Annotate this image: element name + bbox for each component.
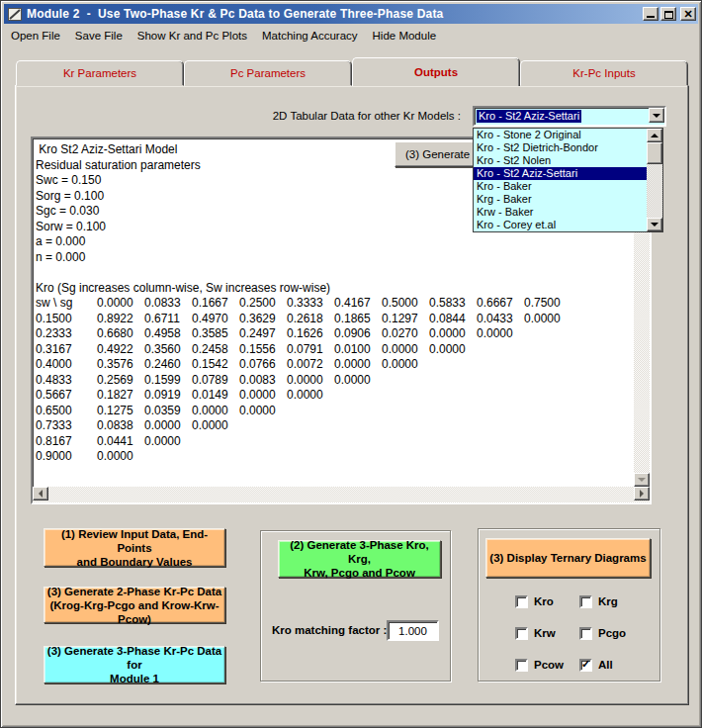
report-table-row: 0.6500 0.12750.03590.00000.0000 — [36, 404, 632, 419]
sw-value-cell: 0.4833 — [36, 373, 97, 389]
kro-value-cell: 0.1542 — [192, 357, 239, 373]
kro-value-cell: 0.0072 — [287, 357, 334, 373]
close-button[interactable]: ✕ — [680, 7, 696, 21]
dropdown-scroll-down-button[interactable] — [647, 218, 662, 231]
checkbox-item[interactable]: ✓ Pcgo — [579, 627, 644, 659]
kro-value-cell: 0.0000 — [239, 404, 287, 419]
sw-value-cell: 0.1500 — [36, 312, 97, 327]
checkbox-label: All — [598, 659, 613, 672]
checkbox-box[interactable]: ✓ — [515, 627, 528, 640]
report-table-row: 0.4833 0.25690.15990.07890.00830.00000.0… — [36, 373, 632, 389]
checkbox-box[interactable]: ✓ — [579, 627, 592, 640]
horizontal-scrollbar[interactable] — [33, 487, 650, 502]
sg-header-cell: 0.6667 — [477, 296, 524, 312]
tab[interactable]: Kr-Pc Inputs — [520, 60, 688, 86]
sg-header-cell: 0.0833 — [144, 296, 192, 312]
sg-header-cell: 0.4167 — [334, 296, 382, 312]
form-icon — [8, 8, 22, 21]
tab[interactable]: Kr Parameters — [16, 60, 184, 86]
kro-value-cell: 0.3560 — [144, 342, 192, 358]
scroll-left-button[interactable] — [33, 487, 48, 500]
menu-item[interactable]: Save File — [73, 29, 125, 43]
kr-models-combo-label: 2D Tabular Data for other Kr Models : — [238, 110, 461, 122]
tab[interactable]: Outputs — [352, 57, 520, 86]
generate-3phase-button[interactable]: (2) Generate 3-Phase Kro, Krg, Krw, Pcgo… — [278, 540, 441, 578]
sw-value-cell: 0.5667 — [36, 388, 97, 404]
dropdown-scroll-thumb[interactable] — [647, 142, 662, 164]
checkbox-box[interactable]: ✓ — [515, 659, 528, 672]
dropdown-option[interactable]: Kro - St2 Dietrich-Bondor — [474, 141, 662, 154]
ternary-checkbox-grid: ✓ Kro ✓ Krg ✓ Krw ✓ Pcgo ✓ Pcow — [515, 595, 654, 690]
report-table-row: 0.8167 0.04410.0000 — [36, 434, 632, 450]
checkbox-item[interactable]: ✓ Kro — [515, 595, 579, 627]
sg-header-cell: 0.1667 — [192, 296, 239, 312]
report-table-header-row: sw \ sg 0.00000.08330.16670.25000.33330.… — [36, 296, 632, 312]
kro-value-cell: 0.1297 — [382, 312, 429, 327]
kro-value-cell: 0.1599 — [144, 373, 192, 389]
menu-item[interactable]: Matching Accuracy — [260, 29, 360, 43]
kro-value-cell: 0.0270 — [382, 326, 429, 342]
minimize-icon — [647, 16, 655, 18]
close-icon: ✕ — [681, 7, 695, 21]
sw-value-cell: 0.2333 — [36, 326, 97, 342]
kro-value-cell: 0.4922 — [97, 342, 144, 358]
review-input-data-button[interactable]: (1) Review Input Data, End-Points and Bo… — [44, 528, 225, 567]
report-line: a = 0.000 — [36, 234, 632, 250]
sw-value-cell: 0.9000 — [36, 449, 97, 465]
tab[interactable]: Pc Parameters — [184, 60, 352, 86]
dropdown-option[interactable]: Kro - Corey et.al — [474, 219, 662, 231]
checkbox-item[interactable]: ✓ Krw — [515, 627, 579, 659]
matching-factor-input[interactable] — [387, 620, 439, 641]
report-table-title: Kro (Sg increases column-wise, Sw increa… — [36, 281, 632, 297]
sg-header-cell: 0.5000 — [382, 296, 429, 312]
checkbox-label: Pcgo — [598, 627, 626, 640]
dropdown-option[interactable]: Krg - Baker — [474, 193, 662, 206]
kro-value-cell: 0.4958 — [144, 326, 192, 342]
dropdown-option[interactable]: Krw - Baker — [474, 206, 662, 219]
combo-dropdown-button[interactable] — [649, 108, 664, 123]
kro-value-cell: 0.0000 — [144, 434, 192, 450]
kro-value-cell: 0.0441 — [97, 434, 144, 450]
kro-value-cell: 0.3629 — [239, 312, 287, 327]
kro-value-cell: 0.0149 — [192, 388, 239, 404]
combo-selected-value: Kro - St2 Aziz-Settari — [477, 110, 581, 123]
maximize-button[interactable] — [660, 7, 676, 21]
kro-value-cell: 0.6711 — [144, 312, 192, 327]
sg-header-cell: 0.0000 — [97, 296, 144, 312]
dropdown-option[interactable]: Kro - Stone 2 Original — [474, 129, 662, 141]
dropdown-option[interactable]: Kro - Baker — [474, 180, 662, 193]
kr-model-combobox[interactable]: Kro - St2 Aziz-Settari — [473, 106, 666, 127]
dropdown-option[interactable]: Kro - St2 Aziz-Settari — [474, 167, 662, 180]
checkbox-box[interactable]: ✓ — [579, 659, 592, 672]
sw-value-cell: 0.3167 — [36, 342, 97, 358]
module2-window: Module 2 - Use Two-Phase Kr & Pc Data to… — [0, 0, 702, 728]
menu-item[interactable]: Show Kr and Pc Plots — [135, 29, 249, 43]
scroll-down-button[interactable] — [634, 473, 650, 487]
report-table-row: 0.4000 0.35760.24600.15420.07660.00720.0… — [36, 357, 632, 373]
menu-item[interactable]: Open File — [9, 29, 62, 43]
checkbox-box[interactable]: ✓ — [579, 595, 592, 608]
checkbox-item[interactable]: ✓ All — [579, 659, 644, 690]
checkbox-item[interactable]: ✓ Krg — [579, 595, 644, 627]
display-ternary-diagrams-button[interactable]: (3) Display Ternary Diagrams — [485, 538, 651, 578]
minimize-button[interactable] — [643, 7, 658, 21]
report-table-row: 0.1500 0.89220.67110.49700.36290.26180.1… — [36, 312, 632, 327]
generate-3phase-module1-button[interactable]: (3) Generate 3-Phase Kr-Pc Data for Modu… — [44, 646, 225, 683]
kro-value-cell: 0.0000 — [429, 326, 477, 342]
kro-value-cell: 0.0100 — [334, 342, 382, 358]
report-table-row: 0.2333 0.66800.49580.35850.24970.16260.0… — [36, 326, 632, 342]
dropdown-option[interactable]: Kro - St2 Nolen — [474, 154, 662, 167]
kro-value-cell: 0.0791 — [287, 342, 334, 358]
kro-value-cell: 0.0000 — [192, 404, 239, 419]
report-line: n = 0.000 — [36, 250, 632, 266]
menu-item[interactable]: Hide Module — [371, 29, 439, 43]
checkbox-box[interactable]: ✓ — [515, 595, 528, 608]
dropdown-scroll-up-button[interactable] — [647, 129, 662, 142]
sw-value-cell: 0.7333 — [36, 418, 97, 434]
checkbox-item[interactable]: ✓ Pcow — [515, 659, 579, 690]
kro-value-cell: 0.0000 — [382, 342, 429, 358]
generate-2phase-button[interactable]: (3) Generate 2-Phase Kr-Pc Data (Krog-Kr… — [44, 587, 225, 623]
dropdown-scrollbar[interactable] — [647, 129, 662, 231]
scroll-right-button[interactable] — [634, 487, 650, 500]
kro-value-cell: 0.0433 — [477, 312, 524, 327]
